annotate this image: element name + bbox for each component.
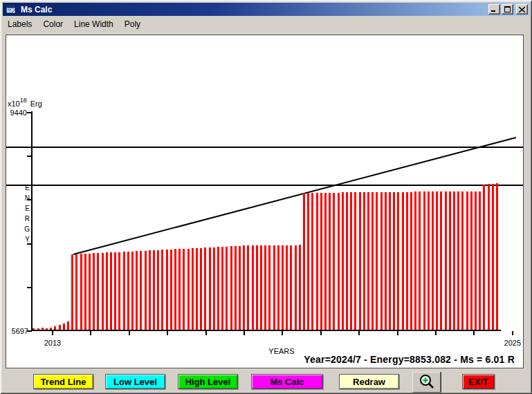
x-axis-start-label: 2013 [44,339,61,347]
status-readout: Year=2024/7 - Energy=8853.082 - Ms = 6.0… [304,354,515,365]
energy-bar [333,193,335,330]
energy-bar [97,253,99,330]
energy-bar [217,247,219,330]
energy-bar [46,328,48,330]
energy-bar [166,250,168,330]
energy-bar [273,245,275,330]
energy-bar [397,192,399,330]
energy-bar [488,184,490,330]
y-axis-unit-label: x1018Erg [8,97,42,108]
energy-bar [423,191,425,330]
energy-bar [80,254,82,330]
maximize-button[interactable] [502,4,513,15]
energy-bar [33,328,35,330]
energy-bar [393,192,395,330]
energy-bar [75,254,77,330]
energy-bar [320,193,322,330]
energy-bar [110,252,112,330]
minimize-button[interactable] [488,4,500,15]
energy-bar [414,191,416,330]
energy-bar [145,251,147,330]
energy-bar [140,251,142,330]
energy-bar [466,191,468,330]
energy-bar [161,250,163,330]
energy-bar [157,250,159,330]
energy-bar [187,249,190,330]
energy-bar [389,192,391,330]
energy-bar [376,192,378,330]
energy-bar [329,193,331,330]
energy-bar [127,252,129,330]
energy-bar [363,192,365,330]
energy-bar [311,193,313,330]
close-button[interactable] [516,4,528,15]
energy-bar [453,191,455,330]
menu-item-color[interactable]: Color [37,18,68,31]
energy-bar [350,192,352,330]
energy-bar [282,245,284,330]
energy-bar [131,252,134,330]
energy-bar [209,247,211,330]
energy-bar [342,192,344,330]
energy-bar [419,191,421,330]
high-level-button[interactable]: High Level [178,374,238,389]
energy-bar [268,245,270,330]
energy-bar [118,252,120,330]
ms-calc-button[interactable]: Ms Calc [251,374,323,389]
zoom-in-button[interactable] [412,372,441,393]
energy-bar [252,245,254,330]
energy-bar [235,246,237,330]
y-axis-min-label: 5697 [12,327,28,335]
energy-bar [440,191,442,330]
energy-bar [436,191,438,330]
energy-bar [479,191,481,330]
menu-item-line-width[interactable]: Line Width [68,18,119,31]
energy-bar [277,245,279,330]
energy-bar [153,250,155,330]
energy-bar [354,192,356,330]
energy-bar [230,246,232,330]
energy-bar [213,247,215,330]
energy-bar [483,185,485,330]
energy-bar [372,192,374,330]
x-axis-end-label: 2025 [504,339,521,347]
minimize-icon [491,6,497,12]
energy-bar [457,191,459,330]
menubar: LabelsColorLine WidthPoly [2,17,530,31]
energy-bar [492,184,494,330]
energy-bar [89,254,91,330]
trend-line-button[interactable]: Trend Line [33,374,93,389]
x-axis-title: YEARS [268,347,294,355]
energy-bar [71,254,73,330]
energy-bar [54,326,56,330]
energy-bar [200,248,202,330]
energy-bar [307,193,309,330]
energy-bar [496,183,498,330]
app-window: Ms Calc LabelsColorLine WidthPoly 944056… [0,0,532,394]
maximize-icon [504,6,511,12]
energy-bar [63,323,65,330]
y-axis-title-letter: E [25,184,30,191]
y-axis-title-letter: Y [25,236,30,243]
menu-item-poly[interactable]: Poly [119,18,146,31]
energy-bar [256,245,258,330]
energy-bar [174,249,176,330]
y-axis-title-letter: E [25,205,30,212]
redraw-button[interactable]: Redraw [339,374,399,389]
energy-bar [178,249,181,330]
menu-item-labels[interactable]: Labels [2,18,37,31]
exit-button[interactable]: EXIT [462,374,495,389]
energy-chart[interactable]: 94405697x1018ErgENERGY20132025YEARS [6,35,523,368]
energy-bar [475,191,477,330]
energy-bar [295,245,297,330]
energy-bar [428,191,430,330]
energy-bar [226,247,228,330]
energy-bar [42,328,44,330]
energy-bar [196,248,198,330]
energy-bar [247,245,249,330]
y-axis-title-letter: G [24,225,30,233]
zoom-in-icon [418,373,436,391]
low-level-button[interactable]: Low Level [105,374,165,389]
window-title: Ms Calc [21,5,52,15]
app-icon [6,4,17,15]
